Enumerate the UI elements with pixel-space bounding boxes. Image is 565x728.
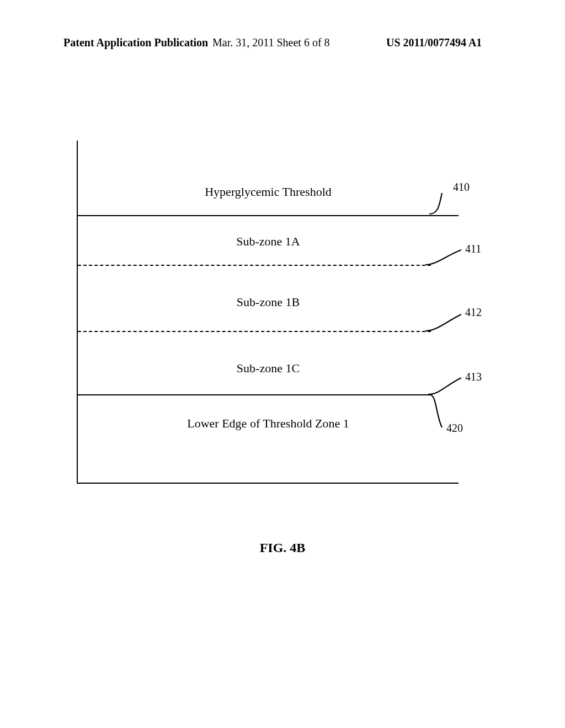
threshold-diagram: Hyperglycemic Threshold Sub-zone 1A Sub-… <box>77 141 459 484</box>
label-420: 420 <box>446 422 463 435</box>
patent-page: Patent Application Publication Mar. 31, … <box>0 0 565 728</box>
connector-420 <box>78 141 475 483</box>
header-center: Mar. 31, 2011 Sheet 6 of 8 <box>212 36 330 49</box>
figure-caption: FIG. 4B <box>0 540 565 555</box>
header-right: US 2011/0077494 A1 <box>386 36 482 49</box>
header-left: Patent Application Publication <box>63 36 208 49</box>
